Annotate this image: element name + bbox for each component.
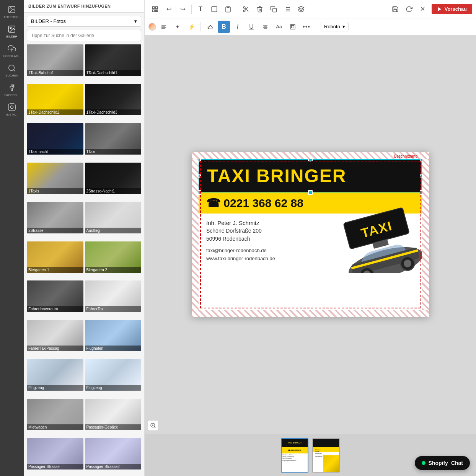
svg-rect-23	[273, 8, 277, 12]
image-thumb-20[interactable]: Passagier-Gepäck	[85, 399, 142, 430]
sidebar-item-bilder[interactable]: BILDER	[0, 23, 24, 41]
handle-bottom-center[interactable]	[308, 190, 313, 195]
image-thumb-18[interactable]: Flugzeug	[85, 359, 142, 391]
image-thumb-22[interactable]: Passagier-Strasse2	[85, 438, 142, 469]
svg-rect-7	[8, 104, 15, 111]
align-button[interactable]	[281, 3, 294, 16]
image-thumb-label-19: Mietwagen	[27, 424, 83, 430]
zoom-button[interactable]	[148, 420, 158, 431]
font-family-dropdown[interactable]: Roboto ▾	[321, 22, 349, 31]
handle-top-center[interactable]	[308, 159, 313, 161]
image-thumb-label-20: Passagier-Gepäck	[85, 424, 142, 430]
image-thumb-9[interactable]: 2Strasse	[27, 202, 83, 233]
align-left-button[interactable]	[158, 21, 170, 33]
sidebar-item-hintergrund[interactable]: HINTERGR...	[0, 3, 24, 21]
category-dropdown[interactable]: BILDER - Fotos ▾	[27, 16, 141, 27]
handle-top-right[interactable]	[420, 159, 422, 161]
sparkle-button[interactable]: ✦	[171, 21, 184, 33]
image-thumb-5[interactable]: 1Taxi-nacht	[27, 123, 83, 155]
main-area: ↩ ↪ T	[145, 0, 476, 476]
image-thumb-17[interactable]: Flugzeug	[27, 359, 83, 391]
more-options-button[interactable]: •••	[300, 21, 313, 33]
toolbar-separator-2	[237, 5, 237, 14]
close-button[interactable]: ✕	[416, 3, 429, 16]
save-button[interactable]	[389, 3, 402, 16]
canvas-area[interactable]: Beschnittrand TAXI	[145, 35, 476, 434]
handle-top-left[interactable]	[199, 159, 201, 161]
image-thumb-10[interactable]: Ausflieg	[85, 202, 142, 233]
image-thumb-4[interactable]: 1Taxi-Dachschild3	[85, 84, 142, 115]
sidebar-item-suchen[interactable]: SUCHEN	[0, 62, 24, 80]
image-thumb-label-16: Flughafen	[85, 346, 142, 351]
qr-code-button[interactable]	[148, 3, 161, 16]
sidebar-item-instagram[interactable]: INSTA...	[0, 101, 24, 119]
svg-point-3	[10, 27, 11, 29]
design-card: Beschnittrand TAXI	[192, 152, 429, 317]
selected-header-element[interactable]: TAXI BRINGER	[199, 159, 422, 192]
handle-bottom-right[interactable]	[420, 190, 422, 195]
shape-button[interactable]	[208, 3, 221, 16]
handle-bottom-left[interactable]	[199, 190, 201, 195]
image-thumb-3[interactable]: 1Taxi-Dachschild2	[27, 84, 83, 115]
image-thumb-13[interactable]: FahrerInnenraum	[27, 280, 83, 312]
page-thumb-1[interactable]: TAXI BRINGER ☎ 0221 368 62 88 Inh. Peter…	[281, 438, 308, 473]
image-thumb-8[interactable]: 2Strasse-Nacht1	[85, 163, 142, 194]
underline-button[interactable]: U	[245, 21, 258, 33]
handle-mid-left[interactable]	[199, 174, 201, 178]
frame-button[interactable]	[287, 21, 299, 33]
image-thumb-14[interactable]: FahrerTaxi	[85, 280, 142, 312]
undo-button[interactable]: ↩	[162, 3, 175, 16]
svg-rect-41	[290, 24, 295, 29]
svg-line-55	[154, 427, 155, 428]
image-thumb-16[interactable]: Flughafen	[85, 320, 142, 351]
color-picker-button[interactable]	[148, 23, 156, 31]
layers-button[interactable]	[295, 3, 308, 16]
svg-line-21	[247, 10, 248, 11]
svg-rect-11	[152, 10, 154, 11]
paste-button[interactable]	[222, 3, 235, 16]
second-toolbar-sep-2	[316, 22, 316, 31]
text-size-button[interactable]: Aa	[273, 21, 285, 33]
cut-button[interactable]	[240, 3, 253, 16]
image-thumb-19[interactable]: Mietwagen	[27, 399, 83, 430]
svg-rect-17	[227, 6, 229, 7]
text-align-center-button[interactable]	[259, 21, 271, 33]
image-thumb-12[interactable]: Biergarten 2	[85, 241, 142, 273]
second-toolbar: ✦ ⚡ B I U Aa ••• Roboto ▾	[145, 18, 476, 35]
image-thumb-7[interactable]: 1Taxis	[27, 163, 83, 194]
sidebar-item-facebook[interactable]: FACEBO...	[0, 81, 24, 99]
bold-button[interactable]: B	[218, 21, 230, 33]
image-thumb-label-22: Passagier-Strasse2	[85, 464, 142, 469]
lightning-button[interactable]: ⚡	[185, 21, 197, 33]
delete-button[interactable]	[253, 3, 266, 16]
image-thumb-label-3: 1Taxi-Dachschild2	[27, 109, 83, 115]
text-button[interactable]: T	[194, 3, 207, 16]
refresh-button[interactable]	[403, 3, 416, 16]
handle-mid-right[interactable]	[420, 174, 422, 178]
taxi-header-block: TAXI BRINGER	[199, 159, 422, 192]
gallery-search-input[interactable]	[27, 30, 141, 41]
copy-button[interactable]	[267, 3, 280, 16]
shopify-chat-bubble[interactable]: Shopify Chat	[415, 456, 470, 470]
preview-button[interactable]: Vorschau	[432, 4, 472, 14]
image-thumb-label-2: 1Taxi-Dachschild1	[85, 70, 142, 76]
image-thumb-21[interactable]: Passagier-Strasse	[27, 438, 83, 469]
image-thumb-6[interactable]: 1Taxi	[85, 123, 142, 155]
top-toolbar: ↩ ↪ T	[145, 0, 476, 18]
svg-line-36	[209, 25, 210, 27]
image-thumb-label-5: 1Taxi-nacht	[27, 149, 83, 155]
image-thumb-label-7: 1Taxis	[27, 188, 83, 194]
image-thumb-15[interactable]: FahrerTaxiPassag	[27, 320, 83, 351]
image-thumb-11[interactable]: Biergarten 1	[27, 241, 83, 273]
image-thumb-1[interactable]: 1Taxi-Bahnhof	[27, 44, 83, 76]
eraser-button[interactable]	[204, 21, 216, 33]
italic-button[interactable]: I	[231, 21, 244, 33]
sidebar-item-hochladen[interactable]: HOCHLAD...	[0, 42, 24, 60]
redo-button[interactable]: ↪	[176, 3, 189, 16]
image-thumb-2[interactable]: 1Taxi-Dachschild1	[85, 44, 142, 76]
font-name-label: Roboto	[324, 24, 340, 29]
sidebar-label-instagram: INSTA...	[6, 113, 18, 116]
svg-rect-12	[156, 10, 156, 10]
page-thumb-2[interactable]: Inh. Peter J. Schmitz taxi@bringer -rode…	[312, 438, 340, 473]
sidebar-label-suchen: SUCHEN	[5, 74, 18, 77]
